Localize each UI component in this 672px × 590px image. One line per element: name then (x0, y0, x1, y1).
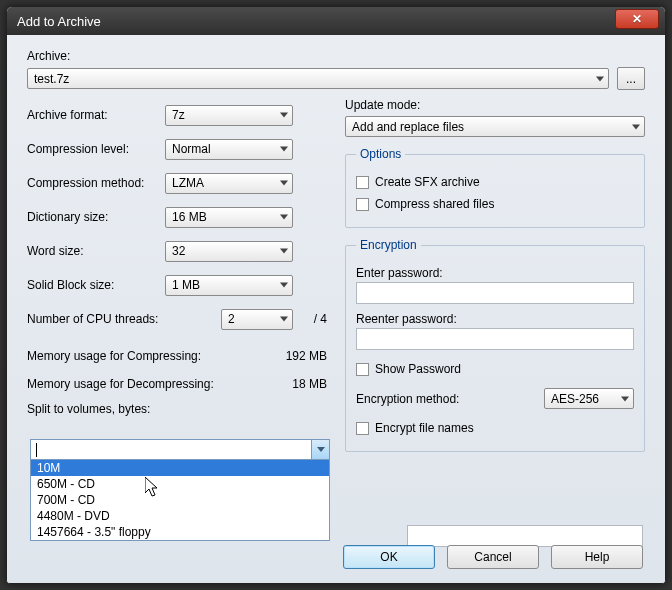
reenter-password-label: Reenter password: (356, 312, 634, 326)
encryption-group: Encryption Enter password: Reenter passw… (345, 238, 645, 452)
mem-decompress-label: Memory usage for Decompressing: (27, 377, 267, 391)
chevron-down-icon (621, 396, 629, 401)
split-option[interactable]: 650M - CD (31, 476, 329, 492)
show-password-checkbox[interactable]: Show Password (356, 358, 634, 380)
checkbox-icon (356, 422, 369, 435)
options-group: Options Create SFX archive Compress shar… (345, 147, 645, 228)
chevron-down-icon (317, 447, 325, 452)
split-option[interactable]: 4480M - DVD (31, 508, 329, 524)
split-option[interactable]: 1457664 - 3.5" floppy (31, 524, 329, 540)
chevron-down-icon (280, 113, 288, 118)
solid-block-size-label: Solid Block size: (27, 278, 165, 292)
compression-method-label: Compression method: (27, 176, 165, 190)
checkbox-icon (356, 363, 369, 376)
compression-level-select[interactable]: Normal (165, 139, 293, 160)
password-confirm-input[interactable] (356, 328, 634, 350)
mem-compress-value: 192 MB (267, 349, 327, 363)
close-icon: ✕ (632, 12, 642, 26)
solid-block-size-select[interactable]: 1 MB (165, 275, 293, 296)
split-volumes-combo[interactable]: 10M 650M - CD 700M - CD 4480M - DVD 1457… (30, 439, 330, 541)
compression-method-select[interactable]: LZMA (165, 173, 293, 194)
mem-decompress-value: 18 MB (267, 377, 327, 391)
mem-compress-label: Memory usage for Compressing: (27, 349, 267, 363)
encryption-method-label: Encryption method: (356, 392, 544, 406)
archive-format-label: Archive format: (27, 108, 165, 122)
ellipsis-icon: ... (626, 72, 636, 86)
dictionary-size-select[interactable]: 16 MB (165, 207, 293, 228)
encryption-legend: Encryption (356, 238, 421, 252)
compression-level-label: Compression level: (27, 142, 165, 156)
chevron-down-icon (280, 317, 288, 322)
chevron-down-icon (280, 215, 288, 220)
create-sfx-checkbox[interactable]: Create SFX archive (356, 171, 634, 193)
browse-button[interactable]: ... (617, 67, 645, 90)
right-column: Update mode: Add and replace files Optio… (345, 98, 645, 462)
chevron-down-icon (280, 249, 288, 254)
split-volumes-label: Split to volumes, bytes: (27, 402, 327, 416)
update-mode-label: Update mode: (345, 98, 645, 112)
parameters-input[interactable] (407, 525, 643, 547)
split-volumes-edit[interactable] (31, 440, 329, 460)
cpu-threads-select[interactable]: 2 (221, 309, 293, 330)
window-title: Add to Archive (17, 14, 615, 29)
mouse-cursor-icon (145, 477, 163, 499)
help-button[interactable]: Help (551, 545, 643, 569)
split-option[interactable]: 700M - CD (31, 492, 329, 508)
chevron-down-icon (280, 181, 288, 186)
options-legend: Options (356, 147, 405, 161)
archive-path-combo[interactable]: test.7z (27, 68, 609, 89)
word-size-label: Word size: (27, 244, 165, 258)
update-mode-select[interactable]: Add and replace files (345, 116, 645, 137)
cpu-threads-max: / 4 (293, 312, 327, 326)
chevron-down-icon (632, 124, 640, 129)
compress-shared-checkbox[interactable]: Compress shared files (356, 193, 634, 215)
close-button[interactable]: ✕ (615, 9, 659, 29)
archive-path-value: test.7z (34, 72, 69, 86)
enter-password-label: Enter password: (356, 266, 634, 280)
checkbox-icon (356, 176, 369, 189)
chevron-down-icon (280, 283, 288, 288)
word-size-select[interactable]: 32 (165, 241, 293, 262)
cancel-button[interactable]: Cancel (447, 545, 539, 569)
archive-format-select[interactable]: 7z (165, 105, 293, 126)
encrypt-file-names-checkbox[interactable]: Encrypt file names (356, 417, 634, 439)
chevron-down-icon (596, 76, 604, 81)
archive-label: Archive: (27, 49, 645, 63)
cpu-threads-label: Number of CPU threads: (27, 312, 221, 326)
checkbox-icon (356, 198, 369, 211)
left-column: Archive format: 7z Compression level: No… (27, 98, 327, 462)
dictionary-size-label: Dictionary size: (27, 210, 165, 224)
split-option[interactable]: 10M (31, 460, 329, 476)
titlebar[interactable]: Add to Archive ✕ (7, 7, 665, 35)
chevron-down-icon (280, 147, 288, 152)
text-caret-icon (36, 443, 37, 457)
ok-button[interactable]: OK (343, 545, 435, 569)
encryption-method-select[interactable]: AES-256 (544, 388, 634, 409)
combo-dropdown-button[interactable] (311, 440, 329, 459)
password-input[interactable] (356, 282, 634, 304)
